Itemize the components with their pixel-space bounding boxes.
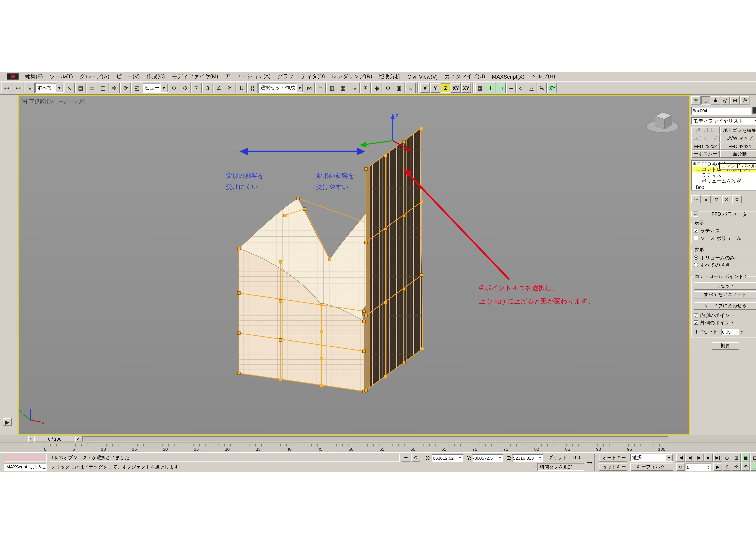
only-in-volume-radio-row[interactable]: ボリュームのみ (694, 254, 756, 261)
menu-edit[interactable]: 編集(E) (21, 73, 46, 80)
offset-input[interactable] (722, 329, 738, 334)
stack-item-lattice[interactable]: ラティス (692, 173, 756, 178)
material-editor-icon[interactable]: ◉ (372, 83, 382, 93)
stack-item-set-volume[interactable]: ボリュームを設定 (692, 178, 756, 184)
tab-create-icon[interactable]: ✱ (691, 96, 700, 104)
chevron-down-icon[interactable]: ▼ (665, 454, 673, 461)
object-color-swatch[interactable] (752, 107, 756, 114)
menu-graph-editors[interactable]: グラフ エディタ(D) (274, 73, 328, 80)
about-button[interactable]: 概要 (712, 342, 739, 350)
chevron-down-icon[interactable]: ▼ (56, 84, 63, 92)
next-frame-icon[interactable]: > (75, 436, 81, 442)
object-name-input[interactable] (692, 108, 751, 113)
use-pivot-center-icon[interactable]: ⊙ (169, 83, 179, 93)
bulb-icon[interactable]: ☀ (693, 162, 696, 166)
chevron-down-icon[interactable]: ▼ (160, 84, 168, 92)
menu-civil-view[interactable]: Civil View(V) (404, 74, 441, 79)
isolate-selection-icon[interactable]: ☀ (401, 454, 410, 462)
axis-constraint-z-button[interactable]: Z (441, 83, 450, 93)
window-crossing-icon[interactable]: ◫ (98, 83, 108, 93)
play-animation-icon[interactable]: ▶ (695, 454, 704, 462)
bind-to-space-warp-icon[interactable]: ∿ (24, 83, 35, 93)
inside-points-checkbox-row[interactable]: ✓ 内側のポイント (694, 312, 756, 319)
menu-create[interactable]: 作成(C) (143, 73, 168, 80)
previous-frame-icon[interactable]: < (28, 436, 34, 442)
tab-motion-icon[interactable]: ◎ (721, 96, 730, 104)
tab-utilities-icon[interactable]: ✇ (740, 96, 749, 104)
go-to-start-icon[interactable]: |◀ (676, 454, 685, 462)
ffd-2x2x2-button[interactable]: FFD 2x2x2 (691, 143, 720, 150)
edit-named-selections-icon[interactable]: {} (247, 83, 258, 93)
outside-points-checkbox-row[interactable]: ✓ 外側のポイント (694, 319, 756, 326)
render-production-icon[interactable]: ♨ (405, 83, 416, 93)
next-key-icon[interactable]: ▶ (713, 463, 722, 471)
outside-points-checkbox[interactable]: ✓ (694, 320, 698, 325)
extrude-button[interactable]: 押し出し (691, 127, 720, 134)
viewport[interactable]: z (18, 95, 690, 435)
snap-percent-icon[interactable]: % (537, 83, 547, 93)
key-selection-dropdown[interactable]: 選択 ▼ (630, 454, 673, 462)
object-name-field[interactable] (691, 107, 751, 115)
unlink-selection-icon[interactable]: ⊷ (13, 83, 23, 93)
animate-all-button[interactable]: すべてをアニメート (694, 291, 756, 298)
lattice-checkbox[interactable]: ✓ (694, 229, 698, 233)
align-icon[interactable]: ≡ (315, 83, 326, 93)
menu-animation[interactable]: アニメーション(A) (222, 73, 274, 80)
collapse-icon[interactable]: ⊟ (697, 162, 700, 166)
spinner-snap-icon[interactable]: ⇅ (236, 83, 247, 93)
maximize-viewport-icon[interactable]: ❐ (750, 462, 756, 471)
turbosmooth-button[interactable]: ターボスムーズ (691, 150, 720, 158)
keyboard-override-icon[interactable]: ⊡ (191, 83, 202, 93)
sweep-button[interactable]: スウィープ (691, 135, 720, 142)
named-selection-input[interactable] (260, 85, 297, 91)
pan-view-icon[interactable]: ✛ (732, 462, 741, 471)
tab-modify-icon[interactable]: ◡ (701, 96, 710, 104)
x-coordinate-input[interactable] (433, 456, 458, 461)
zoom-extents-icon[interactable]: ▣ (741, 454, 750, 462)
rendered-frame-window-icon[interactable]: ▣ (394, 83, 404, 93)
axis-constraint-x-button[interactable]: X (420, 83, 430, 93)
maxscript-mini-listener[interactable]: MAXScript にようこそ (4, 463, 47, 471)
viewport-label[interactable]: [+] [正投影] [シェーディング] (21, 98, 85, 105)
snap-axis-constraint-icon[interactable]: XY (547, 83, 557, 93)
selection-lock-icon[interactable]: ⊘ (411, 454, 420, 462)
pin-stack-icon[interactable]: ✑ (691, 195, 700, 203)
make-unique-icon[interactable]: ∀ (712, 195, 721, 203)
layer-manager-icon[interactable]: ▥ (326, 83, 337, 93)
tab-hierarchy-icon[interactable]: ⋔ (711, 96, 720, 104)
y-spinner[interactable]: ▲▼ (498, 456, 502, 461)
edit-poly-button[interactable]: ポリゴンを編集 (720, 127, 756, 134)
orbit-icon[interactable]: ⟲ (741, 462, 750, 471)
schematic-view-icon[interactable]: ⊞ (360, 83, 371, 93)
snap-pivot-icon[interactable]: ✛ (486, 83, 495, 93)
conform-to-shape-button[interactable]: シェイプに合わせる (694, 302, 756, 309)
axis-constraint-y-button[interactable]: Y (430, 83, 440, 93)
zoom-extents-all-icon[interactable]: ⊡ (750, 454, 756, 462)
menu-modifiers[interactable]: モディファイヤ(M) (168, 73, 222, 80)
offset-spinner[interactable]: ▲▼ (740, 329, 744, 334)
z-spinner[interactable]: ▲▼ (538, 456, 542, 461)
z-coordinate-field[interactable]: ▲▼ (512, 454, 543, 462)
menu-rendering[interactable]: レンダリング(R) (328, 73, 376, 80)
time-slider-track[interactable] (82, 436, 668, 442)
source-volume-checkbox[interactable] (694, 236, 698, 240)
menu-maxscript[interactable]: MAXScript(X) (488, 74, 528, 79)
source-volume-checkbox-row[interactable]: ソース ボリューム (694, 235, 756, 242)
menu-lighting-analysis[interactable]: 照明分析 (376, 73, 404, 80)
y-coordinate-field[interactable]: ▲▼ (472, 454, 503, 462)
ffd-4x4x4-button[interactable]: FFD 4x4x4 (720, 143, 756, 150)
rollout-collapse-icon[interactable]: − (693, 212, 698, 217)
select-and-scale-icon[interactable]: ◱ (131, 83, 142, 93)
next-frame-playback-icon[interactable]: ▶ (704, 454, 713, 462)
menu-customize[interactable]: カスタマイズ(U) (441, 73, 488, 80)
all-vertices-radio-row[interactable]: すべての頂点 (694, 262, 756, 269)
app-icon[interactable] (7, 73, 19, 80)
key-filters-button[interactable]: キーフィルタ... (630, 463, 673, 471)
reference-coordinate-dropdown[interactable]: ビュー ▼ (143, 83, 168, 93)
set-key-button[interactable]: セットキー (599, 463, 627, 471)
configure-modifier-sets-icon[interactable]: ⚙ (732, 195, 742, 203)
axis-constraint-xy-button[interactable]: XY (451, 83, 461, 93)
snap-angle-icon[interactable]: △ (527, 83, 536, 93)
select-and-link-icon[interactable]: ⊶ (2, 83, 12, 93)
snap-face-icon[interactable]: ◇ (516, 83, 526, 93)
